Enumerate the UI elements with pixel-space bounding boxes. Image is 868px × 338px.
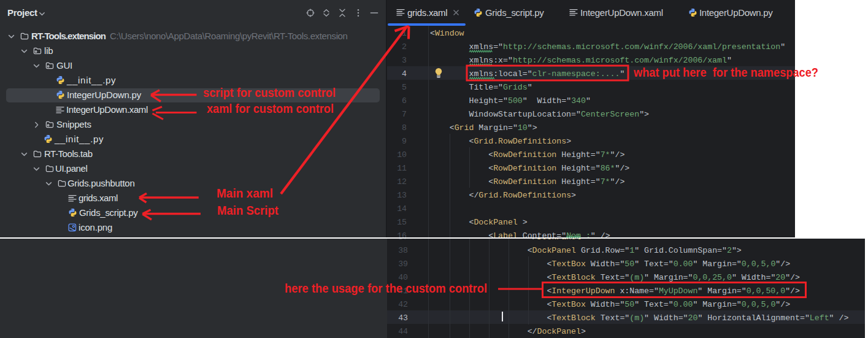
svg-text:what put here for the namespa: what put here for the namespace? [633,66,818,79]
svg-text:Main Script: Main Script [217,204,278,217]
svg-text:script for custom control: script for custom control [203,86,336,99]
svg-text:here the usage for the custom: here the usage for the custom control [285,282,487,295]
svg-text:Main xaml: Main xaml [217,186,273,200]
svg-text:xaml for custom control: xaml for custom control [207,102,334,115]
